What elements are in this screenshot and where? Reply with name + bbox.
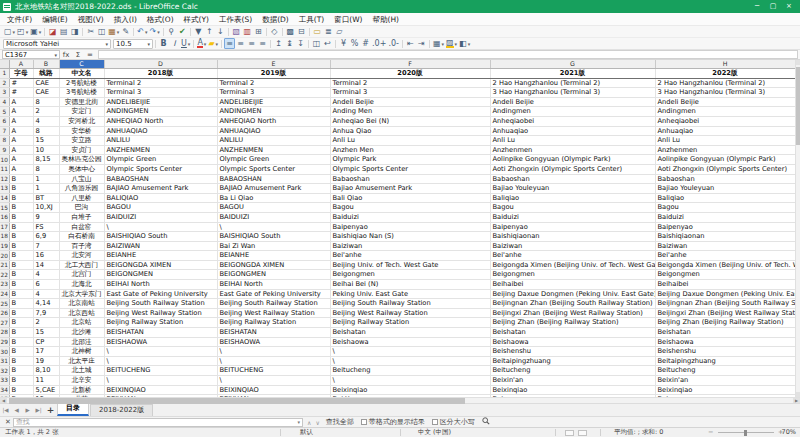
cell[interactable]: East Gate of Peking University (217, 289, 330, 299)
add-decimal-place-icon[interactable]: .0+ (371, 38, 387, 49)
cell[interactable]: Beijing West Railway Station (330, 308, 490, 318)
cell[interactable]: BALIQIAO (104, 193, 217, 203)
menu-tools[interactable]: 工具(T) (294, 13, 329, 26)
cell[interactable]: Andingmen (655, 107, 795, 117)
underline-icon[interactable]: U▾ (180, 38, 191, 49)
cell[interactable]: Beixinqiao (490, 385, 655, 395)
cell[interactable]: 11 (33, 376, 59, 386)
cell[interactable]: Beihaibei (655, 280, 795, 290)
cell[interactable]: A (9, 136, 33, 146)
cell[interactable]: 3 Hao Hangzhanlou (Terminal 3) (490, 88, 655, 98)
cell[interactable]: BEIHAI North (104, 280, 217, 290)
match-case-checkbox[interactable]: 区分大小写 (432, 417, 475, 427)
cell[interactable]: B (9, 184, 33, 194)
horizontal-scrollbar[interactable]: ◀ ▶ (0, 397, 800, 403)
cell[interactable]: Bei'anhe (655, 251, 795, 261)
pivot-table-icon[interactable]: ⊞ (253, 26, 264, 37)
cell[interactable]: B (9, 193, 33, 203)
cell[interactable]: 八宝山 (59, 174, 104, 184)
cell[interactable]: 2021版 (490, 69, 655, 79)
cell[interactable]: Baliqiao (655, 193, 795, 203)
cell[interactable]: Baipenyao (330, 222, 490, 232)
cell[interactable]: B (9, 376, 33, 386)
cell[interactable]: 4 (33, 116, 59, 126)
font-color-icon[interactable]: A▾ (196, 38, 207, 49)
cell[interactable]: 线路 (33, 69, 59, 79)
cell[interactable]: 2 (33, 318, 59, 328)
cell[interactable]: Olympic Green (104, 155, 217, 165)
cell[interactable]: Beishaowa (490, 337, 655, 347)
cell[interactable]: BEITUCHENG (217, 366, 330, 376)
cell[interactable]: Beishatan (655, 328, 795, 338)
minimize-button[interactable]: ─ (749, 0, 765, 13)
cell[interactable]: Bei'anhe (490, 251, 655, 261)
cell[interactable]: 8,10 (33, 366, 59, 376)
cell[interactable]: CAE (33, 78, 59, 88)
cell[interactable]: B (9, 251, 33, 261)
cell[interactable]: 中文名 (59, 69, 104, 79)
cell[interactable]: B (9, 212, 33, 222)
row-header-27[interactable]: 27 (0, 318, 9, 328)
cell[interactable]: Beixinqiao (655, 385, 795, 395)
cell[interactable]: Beigongda Ximen (Beijing Univ. of Tech. … (490, 260, 655, 270)
cell[interactable]: 安贞门 (59, 145, 104, 155)
scroll-down-arrow-icon[interactable] (796, 392, 800, 397)
find-replace-icon[interactable]: ⚲ (166, 26, 177, 37)
cell[interactable]: 2018版 (104, 69, 217, 79)
cell[interactable]: Beijing Zhan (Beijing Railway Station) (655, 318, 795, 328)
column-header-H[interactable]: H (655, 60, 795, 69)
cell[interactable]: Beixin'an (655, 376, 795, 386)
column-header-G[interactable]: G (490, 60, 655, 69)
cell[interactable]: \ (217, 347, 330, 357)
menu-insert[interactable]: 插入(I) (109, 13, 142, 26)
cell[interactable]: Beijing Railway Station (104, 318, 217, 328)
align-center-icon[interactable]: ≡ (235, 38, 246, 49)
cell[interactable]: Baishiqiao Nan (S) (330, 232, 490, 242)
cell[interactable]: Olympic Sports Center (217, 164, 330, 174)
cell[interactable]: 2号航站楼 (59, 78, 104, 88)
cell[interactable]: Anding Men (330, 107, 490, 117)
cell[interactable]: BEISHAOWA (104, 337, 217, 347)
language-indicator[interactable]: 中文 (中国) (418, 428, 451, 437)
cell[interactable]: 1 (33, 184, 59, 194)
cell[interactable]: Aolinpike Gongyuan (Olympic Park) (655, 155, 795, 165)
cell[interactable]: B (9, 203, 33, 213)
horizontal-scroll-thumb[interactable] (9, 398, 465, 404)
close-button[interactable]: × (781, 0, 797, 13)
cell[interactable]: 百子湾 (59, 241, 104, 251)
menu-help[interactable]: 帮助(H) (368, 13, 405, 26)
row-header-31[interactable]: 31 (0, 356, 9, 366)
insert-comment-icon[interactable]: ▭ (312, 26, 323, 37)
formula-icon[interactable]: = (84, 51, 96, 59)
cell[interactable]: Anli Lu (655, 136, 795, 146)
cell[interactable]: Beishenshu (490, 347, 655, 357)
cell[interactable]: BAJIAO Amusement Park (104, 184, 217, 194)
cell[interactable]: Bei'anhe (330, 251, 490, 261)
cell[interactable]: Beijingnan Zhan (Beijing South Railway S… (490, 299, 655, 309)
cell[interactable]: A (9, 97, 33, 107)
cell[interactable]: Bajiao Amusement Park (330, 184, 490, 194)
cell[interactable]: Beijing Daxue Dongmen (Peking Univ. East… (490, 289, 655, 299)
row-header-33[interactable]: 33 (0, 376, 9, 386)
background-color-icon[interactable]: ▨▾ (445, 38, 458, 49)
insert-image-icon[interactable]: ▧ (231, 26, 242, 37)
cell[interactable]: Beixin'an (490, 376, 655, 386)
cell[interactable]: Anhuaqiao (655, 126, 795, 136)
cell[interactable]: 北京站 (59, 318, 104, 328)
cell[interactable]: 5,CAE (33, 385, 59, 395)
cell[interactable]: ANDINGMEN (104, 107, 217, 117)
find-all-button[interactable]: 查找全部 (326, 417, 354, 427)
cell[interactable]: BAGOU (217, 203, 330, 213)
print-preview-icon[interactable]: ◨ (69, 26, 80, 37)
name-box[interactable]: C1367 ▾ (2, 50, 60, 59)
align-bottom-icon[interactable]: ↧ (295, 38, 306, 49)
cell[interactable]: Babaoshan (655, 174, 795, 184)
row-header-7[interactable]: 7 (0, 126, 9, 136)
cell[interactable]: \ (330, 347, 490, 357)
menu-styles[interactable]: 样式(Y) (179, 13, 214, 26)
cell[interactable]: 安河桥北 (59, 116, 104, 126)
selection-mode-indicator[interactable] (578, 430, 587, 436)
cell[interactable]: 8 (33, 97, 59, 107)
cell[interactable]: BEIXINQIAO (217, 385, 330, 395)
cell[interactable]: Beigongmen (655, 270, 795, 280)
